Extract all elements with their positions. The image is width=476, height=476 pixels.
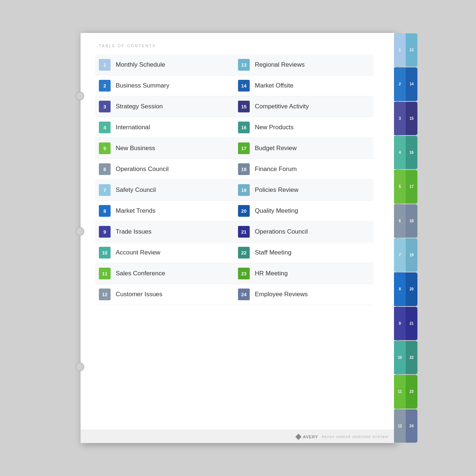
tab-23[interactable]: 23: [406, 375, 417, 408]
entry-label-24: Employee Reviews: [255, 291, 308, 298]
tab-8[interactable]: 8: [394, 272, 406, 306]
entry-label-15: Competitive Activity: [255, 103, 309, 110]
tab-6[interactable]: 6: [394, 204, 406, 238]
num-badge-1: 1: [99, 59, 111, 71]
toc-entry-right-21: 21Operations Council: [234, 222, 373, 242]
avery-brand: AVERY: [303, 435, 318, 439]
tab-17[interactable]: 17: [406, 170, 417, 203]
binder-hole-1: [75, 92, 84, 100]
tab-7[interactable]: 7: [394, 238, 406, 272]
tab-3[interactable]: 3: [394, 102, 406, 135]
entry-label-14: Market Offsite: [255, 82, 294, 89]
entry-label-7: Safety Council: [116, 186, 156, 194]
num-badge-21: 21: [238, 226, 250, 238]
tab-pair-11: 1123: [394, 375, 417, 409]
tab-pair-6: 618: [394, 204, 417, 238]
toc-entry-left-5: 5New Business: [95, 138, 234, 159]
tab-pair-5: 517: [394, 170, 417, 204]
toc-entry-left-2: 2Business Summary: [95, 75, 234, 96]
num-badge-10: 10: [99, 247, 111, 259]
toc-entry-left-9: 9Trade Issues: [95, 222, 234, 242]
toc-entry-right-15: 15Competitive Activity: [234, 96, 373, 117]
num-badge-5: 5: [99, 142, 111, 154]
tab-pair-1: 113: [394, 33, 417, 67]
tab-10[interactable]: 10: [394, 341, 406, 374]
entry-label-8: Market Trends: [116, 207, 156, 215]
tab-pair-7: 719: [394, 238, 417, 272]
tab-15[interactable]: 15: [406, 102, 417, 135]
tab-22[interactable]: 22: [406, 341, 417, 374]
entry-label-23: HR Meeting: [255, 270, 288, 277]
tab-1[interactable]: 1: [394, 33, 406, 67]
entry-label-16: New Products: [255, 124, 294, 131]
num-badge-11: 11: [99, 268, 111, 279]
num-badge-24: 24: [238, 289, 250, 300]
num-badge-19: 19: [238, 184, 250, 196]
tab-21[interactable]: 21: [406, 307, 417, 340]
toc-entry-left-8: 8Market Trends: [95, 201, 234, 222]
tab-9[interactable]: 9: [394, 307, 406, 340]
num-badge-23: 23: [238, 268, 250, 279]
tab-pair-9: 921: [394, 306, 417, 341]
entry-label-2: Business Summary: [116, 82, 169, 89]
entry-label-6: Operations Council: [116, 166, 169, 173]
entry-label-4: International: [116, 124, 150, 131]
tab-pair-12: 1224: [394, 409, 417, 443]
avery-diamond-icon: [295, 434, 302, 440]
toc-title: TABLE OF CONTENTS: [95, 44, 388, 48]
num-badge-20: 20: [238, 205, 250, 217]
tab-18[interactable]: 18: [406, 204, 417, 238]
tab-12[interactable]: 12: [394, 409, 406, 443]
footer-bar: AVERY READY INDEX® INDEXING SYSTEM: [81, 430, 395, 443]
avery-tagline: READY INDEX® INDEXING SYSTEM: [322, 435, 388, 439]
main-content: TABLE OF CONTENTS 1Monthly Schedule13Reg…: [81, 33, 395, 443]
num-badge-9: 9: [99, 226, 111, 238]
num-badge-15: 15: [238, 101, 250, 112]
entry-label-20: Quality Meeting: [255, 207, 298, 215]
toc-entry-right-14: 14Market Offsite: [234, 75, 373, 96]
tab-13[interactable]: 13: [406, 33, 417, 67]
entry-label-12: Customer Issues: [116, 291, 163, 298]
entry-label-13: Regional Reviews: [255, 61, 305, 68]
toc-entry-left-12: 12Customer Issues: [95, 284, 234, 305]
toc-entry-right-16: 16New Products: [234, 117, 373, 138]
toc-entry-left-4: 4International: [95, 117, 234, 138]
tab-5[interactable]: 5: [394, 170, 406, 203]
tab-pair-8: 820: [394, 272, 417, 306]
tab-pair-3: 315: [394, 101, 417, 135]
toc-entry-right-24: 24Employee Reviews: [234, 284, 373, 305]
tab-pair-10: 1022: [394, 341, 417, 375]
entry-label-19: Policies Review: [255, 186, 298, 194]
entry-label-9: Trade Issues: [116, 228, 152, 235]
tab-24[interactable]: 24: [406, 409, 417, 443]
toc-entry-right-20: 20Quality Meeting: [234, 201, 373, 222]
toc-entry-left-3: 3Strategy Session: [95, 96, 234, 117]
tab-2[interactable]: 2: [394, 67, 406, 101]
toc-entry-right-19: 19Policies Review: [234, 180, 373, 201]
num-badge-3: 3: [99, 101, 111, 112]
toc-entry-right-18: 18Finance Forum: [234, 159, 373, 180]
tab-4[interactable]: 4: [394, 136, 406, 169]
num-badge-8: 8: [99, 205, 111, 217]
toc-entry-left-7: 7Safety Council: [95, 180, 234, 201]
entry-label-21: Operations Council: [255, 228, 308, 235]
tab-11[interactable]: 11: [394, 375, 406, 408]
entry-label-5: New Business: [116, 145, 155, 152]
toc-entry-left-6: 6Operations Council: [95, 159, 234, 180]
num-badge-13: 13: [238, 59, 250, 71]
tab-16[interactable]: 16: [406, 136, 417, 169]
tab-strip: 113214315416517618719820921102211231224: [394, 33, 417, 443]
entry-label-17: Budget Review: [255, 145, 297, 152]
num-badge-17: 17: [238, 142, 250, 154]
toc-entry-right-17: 17Budget Review: [234, 138, 373, 159]
tab-14[interactable]: 14: [406, 67, 417, 101]
toc-entry-left-11: 11Sales Conference: [95, 263, 234, 284]
toc-entry-right-22: 22Staff Meeting: [234, 242, 373, 263]
tab-20[interactable]: 20: [406, 272, 417, 306]
tab-19[interactable]: 19: [406, 238, 417, 272]
num-badge-4: 4: [99, 122, 111, 133]
binder-hole-3: [75, 362, 84, 371]
entry-label-1: Monthly Schedule: [116, 61, 165, 68]
num-badge-2: 2: [99, 80, 111, 92]
tab-pair-2: 214: [394, 67, 417, 101]
